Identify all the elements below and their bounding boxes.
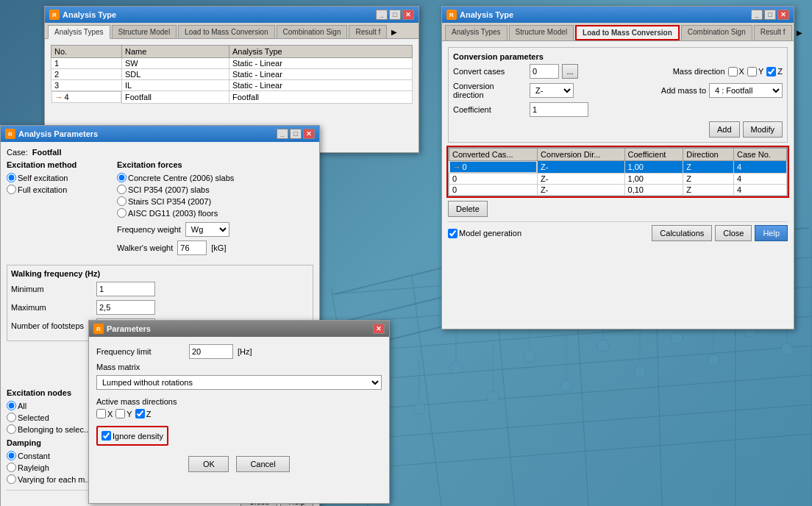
close-btn-params[interactable]: ✕ bbox=[303, 129, 315, 139]
minimize-btn-2[interactable]: _ bbox=[751, 10, 763, 20]
tab-result-2[interactable]: Result f bbox=[754, 25, 792, 40]
md-y-checkbox[interactable] bbox=[747, 67, 757, 76]
md-x-option[interactable]: X bbox=[728, 67, 744, 76]
tab-analysis-types-2[interactable]: Analysis Types bbox=[445, 25, 508, 40]
maximize-btn-1[interactable]: □ bbox=[389, 10, 401, 20]
model-generation-checkbox[interactable] bbox=[448, 229, 457, 238]
col-conversion-dir: Conversion Dir... bbox=[538, 149, 624, 161]
window-controls-2[interactable]: _ □ ✕ bbox=[751, 10, 789, 20]
close-btn-1[interactable]: ✕ bbox=[402, 10, 414, 20]
stairs-radio[interactable] bbox=[117, 196, 127, 206]
table-row[interactable]: 2 SDL Static - Linear bbox=[51, 69, 413, 80]
help-btn-w2[interactable]: Help bbox=[755, 225, 788, 241]
mass-x-checkbox[interactable] bbox=[96, 409, 106, 418]
maximize-btn-2[interactable]: □ bbox=[764, 10, 776, 20]
add-button[interactable]: Add bbox=[709, 121, 740, 138]
ignore-density-option[interactable]: Ignore density bbox=[102, 431, 163, 441]
delete-converted-btn[interactable]: Delete bbox=[448, 201, 488, 217]
freq-limit-unit: [Hz] bbox=[238, 347, 252, 356]
excitation-forces-label: Excitation forces bbox=[117, 160, 313, 169]
cancel-button[interactable]: Cancel bbox=[236, 456, 289, 472]
mass-y-option[interactable]: Y bbox=[115, 409, 132, 418]
footsteps-label: Number of footsteps bbox=[11, 321, 92, 330]
tab-arrow-right-2[interactable]: ▶ bbox=[794, 25, 805, 40]
mass-matrix-select[interactable]: Lumped without rotations Lumped with rot… bbox=[96, 375, 382, 390]
constant-radio[interactable] bbox=[7, 451, 16, 460]
tab-combination-1[interactable]: Combination Sign bbox=[277, 25, 348, 38]
convert-cases-input[interactable] bbox=[530, 64, 559, 79]
calculations-btn[interactable]: Calculations bbox=[652, 225, 712, 241]
minimum-input[interactable] bbox=[96, 282, 155, 296]
full-excitation-option[interactable]: Full excitation bbox=[7, 185, 110, 194]
exc-all-radio[interactable] bbox=[7, 401, 16, 410]
cell-coeff: 1,00 bbox=[624, 174, 683, 185]
md-y-option[interactable]: Y bbox=[747, 67, 763, 76]
ok-button[interactable]: OK bbox=[188, 456, 229, 472]
sci-p354-slabs-option[interactable]: SCI P354 (2007) slabs bbox=[117, 185, 313, 194]
minimize-btn-params[interactable]: _ bbox=[277, 129, 288, 139]
table-row[interactable]: 0 Z- 0,10 Z 4 bbox=[449, 185, 787, 196]
walkers-weight-input[interactable] bbox=[177, 240, 207, 255]
cell-dir: Z bbox=[683, 185, 734, 196]
table-row[interactable]: 0 Z- 1,00 Z 4 bbox=[449, 174, 787, 185]
conv-row-2: Conversion direction Z- Add mass to 4 : … bbox=[453, 82, 783, 99]
concrete-centre-radio[interactable] bbox=[117, 173, 127, 182]
cell-case-no: 4 bbox=[734, 161, 787, 174]
maximize-btn-params[interactable]: □ bbox=[290, 129, 302, 139]
window-controls-params[interactable]: _ □ ✕ bbox=[277, 129, 315, 139]
table-row[interactable]: 1 SW Static - Linear bbox=[51, 58, 413, 69]
modify-button[interactable]: Modify bbox=[743, 121, 783, 138]
cell-coeff: 1,00 bbox=[624, 161, 683, 174]
window-title-1: Analysis Type bbox=[63, 10, 116, 19]
full-excitation-radio[interactable] bbox=[7, 185, 16, 194]
sci-p354-slabs-radio[interactable] bbox=[117, 185, 127, 194]
maximum-input[interactable] bbox=[96, 300, 155, 315]
convert-cases-browse[interactable]: ... bbox=[562, 64, 578, 79]
model-generation-option[interactable]: Model generation bbox=[448, 229, 521, 238]
minimize-btn-1[interactable]: _ bbox=[376, 10, 388, 20]
mass-x-option[interactable]: X bbox=[96, 409, 113, 418]
exc-selected-radio[interactable] bbox=[7, 413, 16, 422]
exc-belonging-radio[interactable] bbox=[7, 424, 16, 434]
rayleigh-radio[interactable] bbox=[7, 463, 16, 472]
varying-radio[interactable] bbox=[7, 474, 16, 484]
tab-arrow-right-1[interactable]: ▶ bbox=[388, 25, 400, 38]
close-btn-w2[interactable]: Close bbox=[715, 225, 752, 241]
stairs-option[interactable]: Stairs SCI P354 (2007) bbox=[117, 196, 313, 206]
freq-limit-input[interactable] bbox=[189, 344, 233, 359]
cell-name: IL bbox=[121, 80, 229, 91]
window-controls-small[interactable]: ✕ bbox=[373, 324, 385, 334]
mass-z-checkbox[interactable] bbox=[135, 409, 145, 418]
aisc-radio[interactable] bbox=[117, 208, 127, 218]
ignore-density-checkbox[interactable] bbox=[102, 431, 111, 441]
concrete-centre-option[interactable]: Concrete Centre (2006) slabs bbox=[117, 173, 313, 182]
parameters-window: R Parameters ✕ Frequency limit [Hz] Mass… bbox=[88, 320, 390, 504]
mass-y-checkbox[interactable] bbox=[115, 409, 125, 418]
freq-weight-select[interactable]: Wg bbox=[185, 222, 229, 237]
self-excitation-radio[interactable] bbox=[7, 173, 16, 182]
tab-combination-2[interactable]: Combination Sign bbox=[681, 25, 752, 40]
tab-analysis-types-1[interactable]: Analysis Types bbox=[48, 25, 110, 39]
md-z-option[interactable]: Z bbox=[766, 67, 783, 76]
table-row[interactable]: 3 IL Static - Linear bbox=[51, 80, 413, 91]
self-excitation-option[interactable]: Self excitation bbox=[7, 173, 110, 182]
aisc-option[interactable]: AISC DG11 (2003) floors bbox=[117, 208, 313, 218]
mass-z-option[interactable]: Z bbox=[135, 409, 152, 418]
add-mass-select[interactable]: 4 : Footfall bbox=[709, 83, 783, 98]
tab-load-mass-1[interactable]: Load to Mass Conversion bbox=[178, 25, 274, 38]
tab-result-1[interactable]: Result f bbox=[349, 25, 387, 38]
window-controls-1[interactable]: _ □ ✕ bbox=[376, 10, 414, 20]
md-z-checkbox[interactable] bbox=[766, 67, 776, 76]
excitation-forces-radios: Concrete Centre (2006) slabs SCI P354 (2… bbox=[117, 173, 313, 218]
close-btn-small[interactable]: ✕ bbox=[373, 324, 385, 334]
conversion-dir-select[interactable]: Z- bbox=[530, 83, 574, 98]
tab-structure-model-1[interactable]: Structure Model bbox=[112, 25, 177, 38]
md-x-checkbox[interactable] bbox=[728, 67, 738, 76]
tab-structure-model-2[interactable]: Structure Model bbox=[509, 25, 574, 40]
close-btn-2[interactable]: ✕ bbox=[777, 10, 789, 20]
cell-dir: Z bbox=[683, 174, 734, 185]
tab-load-mass-2[interactable]: Load to Mass Conversion bbox=[575, 25, 680, 40]
coefficient-input[interactable] bbox=[530, 102, 588, 117]
table-row[interactable]: → 4 Footfall Footfall bbox=[51, 91, 413, 104]
table-row[interactable]: →0 Z- 1,00 Z 4 bbox=[449, 161, 787, 174]
